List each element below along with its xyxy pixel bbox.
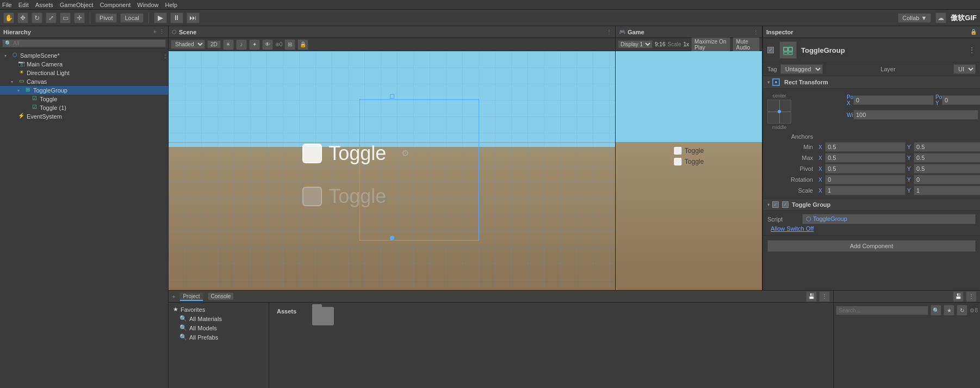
collab-button[interactable]: Collab ▼: [898, 13, 931, 23]
hierarchy-add-icon[interactable]: +: [153, 28, 157, 35]
togglegroup-icon: ⊞: [24, 87, 32, 94]
toolbar-transform-scale[interactable]: ⤢: [46, 13, 57, 23]
game-options-btn[interactable]: ⋮: [753, 29, 759, 35]
game-refresh-icon[interactable]: ↻: [957, 305, 967, 316]
rt-rotx-input[interactable]: [825, 175, 905, 184]
asset-folder[interactable]: [309, 307, 337, 325]
project-add-btn[interactable]: +: [172, 293, 175, 300]
rt-posy-input[interactable]: [942, 95, 980, 105]
toolbar-transform-hand[interactable]: ✋: [3, 13, 14, 23]
rect-transform-section-header[interactable]: ▾ Rect Transform: [763, 76, 980, 89]
cloud-icon[interactable]: ☁: [935, 13, 946, 23]
hierarchy-item-toggle2[interactable]: ☑ Toggle (1): [0, 103, 168, 112]
tag-select[interactable]: Untagged: [780, 64, 823, 74]
menu-gameobject[interactable]: GameObject: [60, 2, 94, 8]
menu-help[interactable]: Help: [165, 2, 177, 8]
inspector-title-row: ToggleGroup ⋮: [763, 38, 980, 63]
rt-roty-input[interactable]: [914, 175, 980, 184]
tg-enabled-checkbox[interactable]: [772, 201, 779, 208]
menu-window[interactable]: Window: [137, 2, 158, 8]
game-search-input[interactable]: [836, 306, 928, 315]
game-panel: 🎮 Game ⋮ Display 1 9:16 Scale 1x Maximiz…: [616, 26, 762, 290]
rt-fields: Pos X Pos Y Pos Z: [796, 93, 980, 130]
anchor-grid[interactable]: [767, 100, 791, 124]
game-tab-label[interactable]: Game: [628, 29, 644, 35]
project-save-icon[interactable]: 💾: [806, 291, 817, 302]
rt-maxx-input[interactable]: [825, 153, 905, 163]
tg-allow-switch-row: Allow Switch Off: [767, 225, 976, 232]
local-button[interactable]: Local: [120, 13, 143, 23]
scene-content[interactable]: Toggle ⚙ Toggle: [169, 51, 615, 290]
project-tab[interactable]: Project: [179, 292, 203, 301]
game-bottom-save-icon[interactable]: 💾: [953, 291, 964, 302]
toolbar-transform-rotate[interactable]: ↻: [32, 13, 42, 23]
favorites-item[interactable]: ★ Favorites: [169, 305, 269, 314]
hierarchy-options-icon[interactable]: ⋮: [159, 28, 165, 35]
all-materials-item[interactable]: 🔍 All Materials: [169, 314, 269, 323]
scene-audio-icon[interactable]: ♪: [236, 39, 247, 50]
tg-enabled-checkbox2[interactable]: [782, 201, 789, 208]
mute-audio-btn[interactable]: Mute Audio: [733, 38, 760, 52]
game-display-select[interactable]: Display 1: [618, 40, 653, 48]
hierarchy-item-samplescene[interactable]: ▾ ⬡ SampleScene* ⋮: [0, 51, 168, 60]
console-tab[interactable]: Console: [208, 292, 234, 300]
rt-width-field: Width: [847, 110, 978, 120]
pivot-button[interactable]: Pivot: [95, 13, 117, 23]
menu-component[interactable]: Component: [100, 2, 131, 8]
hierarchy-item-toggle1[interactable]: ☑ Toggle: [0, 95, 168, 103]
rt-width-input[interactable]: [853, 110, 978, 120]
toggle-group-section-header[interactable]: ▾ Toggle Group: [763, 199, 980, 211]
rt-posx-input[interactable]: [853, 95, 934, 105]
hierarchy-item-maincamera[interactable]: 📷 Main Camera: [0, 60, 168, 69]
game-filter-icon[interactable]: 🔍: [931, 305, 941, 316]
hierarchy-search-input[interactable]: [13, 40, 57, 46]
menu-assets[interactable]: Assets: [35, 2, 53, 8]
rt-miny-input[interactable]: [914, 142, 980, 152]
all-prefabs-item[interactable]: 🔍 All Prefabs: [169, 332, 269, 342]
rt-minx-input[interactable]: [825, 142, 905, 152]
2d-button[interactable]: 2D: [207, 40, 221, 48]
layer-select[interactable]: UI: [953, 64, 976, 74]
hierarchy-item-eventsystem[interactable]: ⚡ EventSystem: [0, 112, 168, 121]
rt-scaley-input[interactable]: [914, 186, 980, 195]
play-button[interactable]: ▶: [154, 13, 167, 23]
collapse-arrow: ▾: [4, 53, 11, 58]
project-options-icon[interactable]: ⋮: [819, 291, 830, 302]
scene-lock-icon[interactable]: 🔒: [297, 39, 308, 50]
toolbar-transform-rect[interactable]: ▭: [60, 13, 71, 23]
menu-file[interactable]: File: [2, 2, 12, 8]
toolbar-transform-multi[interactable]: ✛: [74, 13, 85, 23]
toolbar-transform-move[interactable]: ✥: [17, 13, 28, 23]
scene-light-icon[interactable]: ☀: [223, 39, 234, 50]
shading-mode-select[interactable]: Shaded: [171, 40, 205, 49]
rt-pivotx-input[interactable]: [825, 164, 905, 174]
allow-switch-off-link[interactable]: Allow Switch Off: [771, 225, 814, 232]
rt-scalex-input[interactable]: [825, 186, 905, 195]
tg-script-ref[interactable]: ⬡ ToggleGroup: [802, 214, 976, 224]
rt-anchor-widget[interactable]: center middle: [767, 93, 791, 130]
pause-button[interactable]: ⏸: [170, 13, 183, 23]
inspector-lock-icon[interactable]: 🔒: [970, 29, 977, 35]
scene-hidden-icon[interactable]: 👁: [262, 39, 273, 50]
menu-edit[interactable]: Edit: [18, 2, 29, 8]
scene-options[interactable]: ⋮: [163, 53, 168, 59]
scene-grid-icon[interactable]: ⊞: [284, 39, 295, 50]
rt-maxy-input[interactable]: [914, 153, 980, 163]
step-button[interactable]: ⏭: [187, 13, 200, 23]
hierarchy-item-directionallight[interactable]: ☀ Directional Light: [0, 69, 168, 77]
scene-tab-label[interactable]: Scene: [179, 29, 196, 35]
game-bottom-options-icon[interactable]: ⋮: [966, 291, 977, 302]
game-star-icon[interactable]: ★: [944, 305, 954, 316]
all-models-item[interactable]: 🔍 All Models: [169, 323, 269, 332]
rt-pivoty-input[interactable]: [914, 164, 980, 174]
maximize-on-play-btn[interactable]: Maximize On Play: [691, 38, 730, 52]
scene-options-btn[interactable]: ⋮: [606, 29, 612, 35]
component-enabled-checkbox[interactable]: [767, 47, 774, 53]
hierarchy-item-canvas[interactable]: ▾ ▭ Canvas: [0, 77, 168, 86]
scene-effects-icon[interactable]: ✦: [249, 39, 260, 50]
rt-scale-fields: X Y Z: [818, 186, 980, 195]
component-options-btn[interactable]: ⋮: [968, 46, 976, 54]
hierarchy-item-togglegroup[interactable]: ▾ ⊞ ToggleGroup: [0, 86, 168, 95]
game-content[interactable]: Toggle Toggle: [616, 51, 762, 290]
add-component-button[interactable]: Add Component: [767, 240, 976, 252]
